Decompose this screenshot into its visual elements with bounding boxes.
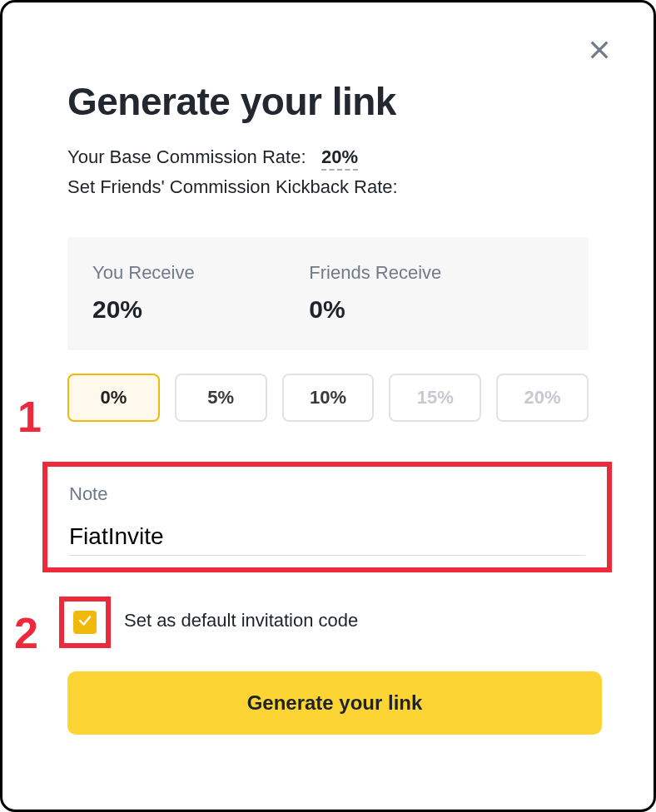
base-rate-label: Your Base Commission Rate: <box>67 146 306 167</box>
note-input[interactable] <box>69 523 585 556</box>
default-checkbox-label: Set as default invitation code <box>124 610 358 631</box>
annotation-2: 2 <box>14 608 38 658</box>
dialog-title: Generate your link <box>67 79 589 124</box>
you-receive-value: 20% <box>92 295 309 324</box>
note-label: Note <box>69 483 585 505</box>
generate-link-button[interactable]: Generate your link <box>67 671 602 735</box>
close-button[interactable] <box>584 36 615 67</box>
default-checkbox[interactable] <box>73 611 97 634</box>
base-rate-value: 20% <box>321 146 358 171</box>
check-icon <box>77 613 92 631</box>
you-receive-col: You Receive 20% <box>92 262 309 324</box>
commission-split-panel: You Receive 20% Friends Receive 0% <box>67 237 589 350</box>
base-rate-line: Your Base Commission Rate: 20% <box>67 144 589 171</box>
rate-info: Your Base Commission Rate: 20% Set Frien… <box>67 144 589 201</box>
annotation-1: 1 <box>17 392 42 442</box>
you-receive-label: You Receive <box>92 262 309 284</box>
friends-receive-col: Friends Receive 0% <box>309 262 525 324</box>
friends-receive-label: Friends Receive <box>309 262 525 284</box>
kickback-option-0[interactable]: 0% <box>67 374 160 422</box>
kickback-rate-label: Set Friends' Commission Kickback Rate: <box>67 174 589 201</box>
dialog-content: Generate your link Your Base Commission … <box>2 2 654 422</box>
note-section: Note <box>42 462 612 572</box>
kickback-options: 0% 5% 10% 15% 20% <box>67 374 589 422</box>
friends-receive-value: 0% <box>309 295 525 324</box>
kickback-option-10[interactable]: 10% <box>282 374 375 422</box>
kickback-option-5[interactable]: 5% <box>175 374 267 422</box>
kickback-option-15: 15% <box>389 374 481 422</box>
kickback-option-20: 20% <box>496 374 589 422</box>
close-icon <box>586 37 613 67</box>
default-checkbox-callout <box>59 597 111 648</box>
dialog-generate-link: Generate your link Your Base Commission … <box>0 0 656 812</box>
